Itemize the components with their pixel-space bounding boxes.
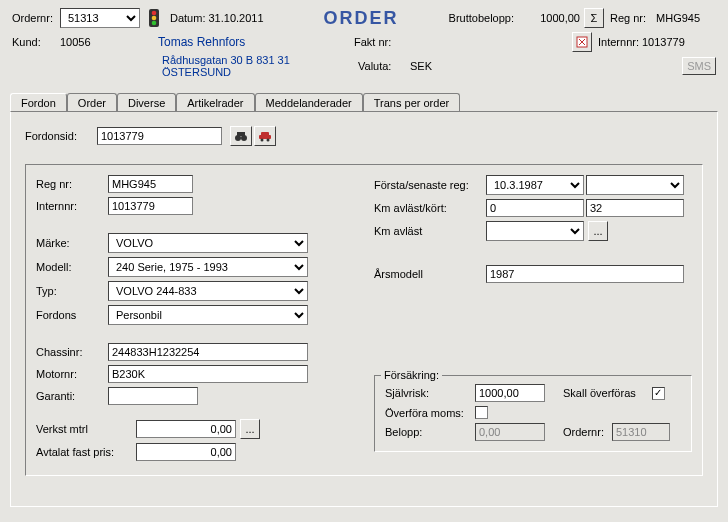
regnr-vehicle-input[interactable] (108, 175, 193, 193)
tab-diverse[interactable]: Diverse (117, 93, 176, 112)
faktnr-label: Fakt nr: (354, 36, 458, 48)
tab-panel-fordon: Fordonsid: Reg nr: Internnr: Märke:VOLVO… (10, 111, 718, 507)
svg-rect-9 (261, 132, 269, 136)
tab-artikelrader[interactable]: Artikelrader (176, 93, 254, 112)
typ-label: Typ: (36, 285, 108, 297)
forsakring-ordernr-label: Ordernr: (563, 426, 604, 438)
regnr-value: MHG945 (656, 12, 700, 24)
verkst-label: Verkst mtrl (36, 423, 136, 435)
sigma-button[interactable]: Σ (584, 8, 604, 28)
svg-point-3 (152, 21, 157, 26)
svg-point-10 (261, 139, 264, 142)
internnr-vehicle-input[interactable] (108, 197, 193, 215)
belopp-label: Belopp: (385, 426, 475, 438)
car-icon (258, 130, 272, 142)
fordons-select[interactable]: Personbil (108, 305, 308, 325)
forsakring-ordernr-input (612, 423, 670, 441)
tab-trans-per-order[interactable]: Trans per order (363, 93, 460, 112)
forsta-label: Första/senaste reg: (374, 179, 486, 191)
fordonsid-label: Fordonsid: (25, 130, 97, 142)
sms-button[interactable]: SMS (682, 57, 716, 75)
tab-meddelanderader[interactable]: Meddelanderader (255, 93, 363, 112)
tab-order[interactable]: Order (67, 93, 117, 112)
binoculars-button[interactable] (230, 126, 252, 146)
km-kort-input[interactable] (586, 199, 684, 217)
svg-point-1 (152, 11, 157, 16)
skall-overforas-checkbox[interactable] (652, 387, 665, 400)
fordonsid-input[interactable] (97, 127, 222, 145)
kund-label: Kund: (12, 36, 60, 48)
km-avlast2-label: Km avläst (374, 225, 486, 237)
valuta-value: SEK (410, 60, 432, 72)
document-icon (576, 36, 588, 48)
valuta-label: Valuta: (358, 60, 406, 72)
customer-address: Rådhusgatan 30 B 831 31 ÖSTERSUND (162, 54, 358, 78)
internnr-vehicle-label: Internnr: (36, 200, 108, 212)
internnr-value: 1013779 (642, 36, 685, 48)
regnr-label: Reg nr: (610, 12, 646, 24)
brutto-label: Bruttobelopp: (449, 12, 514, 24)
regnr-vehicle-label: Reg nr: (36, 178, 108, 190)
ordernr-select[interactable]: 51313 (60, 8, 140, 28)
tab-bar: Fordon Order Diverse Artikelrader Meddel… (10, 92, 728, 111)
avtalat-label: Avtalat fast pris: (36, 446, 136, 458)
avtalat-input[interactable] (136, 443, 236, 461)
typ-select[interactable]: VOLVO 244-833 (108, 281, 308, 301)
modell-select[interactable]: 240 Serie, 1975 - 1993 (108, 257, 308, 277)
forsta-select[interactable]: 10.3.1987 (486, 175, 584, 195)
tab-fordon[interactable]: Fordon (10, 93, 67, 112)
overfora-moms-checkbox[interactable] (475, 406, 488, 419)
svg-rect-7 (237, 132, 245, 136)
sjalvrisk-input[interactable] (475, 384, 545, 402)
ordernr-label: Ordernr: (12, 12, 60, 24)
arsmodell-label: Årsmodell (374, 268, 486, 280)
brutto-value: 1000,00 (532, 12, 580, 24)
km-avlast-kort-label: Km avläst/kört: (374, 202, 486, 214)
verkst-input[interactable] (136, 420, 236, 438)
garanti-label: Garanti: (36, 390, 108, 402)
kund-value: 10056 (60, 36, 150, 48)
senaste-select[interactable] (586, 175, 684, 195)
verkst-ellipsis-button[interactable]: ... (240, 419, 260, 439)
chassinr-input[interactable] (108, 343, 308, 361)
arsmodell-input[interactable] (486, 265, 684, 283)
motornr-input[interactable] (108, 365, 308, 383)
traffic-light-icon (146, 9, 162, 27)
sjalvrisk-label: Självrisk: (385, 387, 475, 399)
chassinr-label: Chassinr: (36, 346, 108, 358)
garanti-input[interactable] (108, 387, 198, 405)
binoculars-icon (234, 130, 248, 142)
svg-point-2 (152, 16, 157, 21)
forsakring-group: Försäkring: Självrisk: Skall överföras Ö… (374, 375, 692, 452)
modell-label: Modell: (36, 261, 108, 273)
km-ellipsis-button[interactable]: ... (588, 221, 608, 241)
internnr-label: Internnr: (598, 36, 639, 48)
fordons-label: Fordons (36, 309, 108, 321)
datum-label: Datum: (170, 12, 205, 24)
doc-icon-button[interactable] (572, 32, 592, 52)
marke-select[interactable]: VOLVO (108, 233, 308, 253)
km-avlast2-select[interactable] (486, 221, 584, 241)
motornr-label: Motornr: (36, 368, 108, 380)
datum-value: 31.10.2011 (208, 12, 263, 24)
svg-point-11 (267, 139, 270, 142)
km-avlast-input[interactable] (486, 199, 584, 217)
forsakring-legend: Försäkring: (381, 369, 442, 381)
belopp-input (475, 423, 545, 441)
page-title: ORDER (324, 8, 399, 29)
skall-overforas-label: Skall överföras (563, 387, 636, 399)
car-button[interactable] (254, 126, 276, 146)
marke-label: Märke: (36, 237, 108, 249)
customer-name: Tomas Rehnfors (158, 35, 354, 49)
overfora-moms-label: Överföra moms: (385, 407, 475, 419)
